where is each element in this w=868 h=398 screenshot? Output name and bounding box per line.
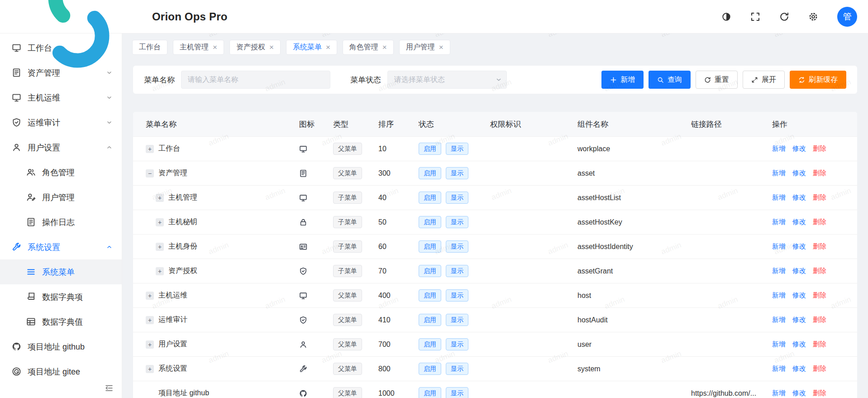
sidebar-item[interactable]: 项目地址 gitee (0, 359, 122, 384)
tab-close-icon[interactable]: × (326, 43, 330, 51)
sidebar-item[interactable]: 操作日志 (0, 210, 122, 235)
menu-status-select[interactable] (387, 71, 507, 89)
order-cell: 400 (374, 292, 414, 300)
tab-close-icon[interactable]: × (269, 43, 274, 51)
tab[interactable]: 角色管理× (343, 40, 394, 55)
table-row: +系统设置父菜单800启用显示system新增修改删除 (133, 356, 857, 381)
row-add-link[interactable]: 新增 (772, 389, 786, 398)
row-collapse-toggle[interactable]: − (146, 169, 154, 177)
row-expand-toggle[interactable]: + (156, 194, 164, 202)
row-add-link[interactable]: 新增 (772, 340, 786, 349)
refresh-cache-button[interactable]: 刷新缓存 (790, 71, 846, 89)
row-delete-link[interactable]: 删除 (813, 389, 826, 398)
row-delete-link[interactable]: 删除 (813, 340, 826, 349)
sidebar-collapse-icon[interactable] (105, 384, 114, 393)
row-edit-link[interactable]: 修改 (792, 193, 806, 202)
row-delete-link[interactable]: 删除 (813, 144, 826, 153)
column-header: 链接路径 (687, 119, 768, 129)
sidebar-item[interactable]: 用户设置 (0, 135, 122, 160)
row-add-link[interactable]: 新增 (772, 291, 786, 300)
row-add-link[interactable]: 新增 (772, 316, 786, 324)
row-expand-toggle[interactable]: + (156, 267, 164, 275)
row-edit-link[interactable]: 修改 (792, 291, 806, 300)
row-edit-link[interactable]: 修改 (792, 169, 806, 177)
menu-name-cell: 项目地址 github (158, 388, 209, 398)
sidebar-item[interactable]: 数据字典值 (0, 309, 122, 334)
row-expand-toggle[interactable]: + (156, 218, 164, 226)
row-edit-link[interactable]: 修改 (792, 218, 806, 226)
table-row: +运维审计父菜单410启用显示hostAudit新增修改删除 (133, 307, 857, 332)
row-expand-toggle[interactable]: + (156, 243, 164, 251)
sidebar-item-label: 用户设置 (28, 142, 100, 153)
row-delete-link[interactable]: 删除 (813, 291, 826, 300)
refresh-icon[interactable] (779, 12, 789, 22)
visible-tag: 显示 (446, 167, 468, 179)
column-header: 菜单名称 (133, 119, 295, 129)
row-expand-toggle[interactable]: + (146, 292, 154, 300)
reset-button[interactable]: 重置 (696, 71, 738, 89)
table-row: +用户设置父菜单700启用显示user新增修改删除 (133, 332, 857, 356)
row-edit-link[interactable]: 修改 (792, 389, 806, 398)
sidebar-item[interactable]: 系统菜单 (0, 259, 122, 284)
tab[interactable]: 用户管理× (399, 40, 450, 55)
menu-status-select-input[interactable] (387, 71, 507, 89)
search-button[interactable]: 查询 (649, 71, 691, 89)
tab-bar: 工作台主机管理×资产授权×系统菜单×角色管理×用户管理× (122, 34, 868, 55)
row-add-link[interactable]: 新增 (772, 267, 786, 275)
row-expand-toggle[interactable]: + (146, 316, 154, 324)
row-edit-link[interactable]: 修改 (792, 242, 806, 251)
tab-close-icon[interactable]: × (439, 43, 444, 51)
theme-toggle-icon[interactable] (721, 12, 731, 22)
component-cell: workplace (573, 145, 687, 153)
row-delete-link[interactable]: 删除 (813, 267, 826, 275)
menu-name-cell: 主机管理 (168, 193, 197, 202)
row-add-link[interactable]: 新增 (772, 193, 786, 202)
fullscreen-icon[interactable] (750, 12, 760, 22)
sidebar-item[interactable]: 项目地址 github (0, 334, 122, 359)
row-add-link[interactable]: 新增 (772, 364, 786, 373)
log-icon (26, 217, 36, 227)
row-add-link[interactable]: 新增 (772, 144, 786, 153)
row-add-link[interactable]: 新增 (772, 242, 786, 251)
sidebar-item[interactable]: 数据字典项 (0, 284, 122, 309)
row-edit-link[interactable]: 修改 (792, 364, 806, 373)
row-edit-link[interactable]: 修改 (792, 340, 806, 349)
row-delete-link[interactable]: 删除 (813, 218, 826, 226)
component-cell: assetHostIdentity (573, 243, 687, 251)
sidebar-item[interactable]: 系统设置 (0, 235, 122, 259)
add-button[interactable]: 新增 (601, 71, 644, 89)
row-edit-link[interactable]: 修改 (792, 144, 806, 153)
row-delete-link[interactable]: 删除 (813, 242, 826, 251)
tab-active[interactable]: 系统菜单× (286, 40, 337, 55)
menu-type-tag: 子菜单 (333, 192, 362, 204)
tab-label: 角色管理 (349, 43, 378, 52)
user-icon (12, 143, 21, 152)
logo[interactable]: Orion Ops Pro (11, 0, 228, 85)
enabled-tag: 启用 (419, 314, 441, 326)
row-add-link[interactable]: 新增 (772, 218, 786, 226)
sidebar-item[interactable]: 角色管理 (0, 160, 122, 185)
row-add-link[interactable]: 新增 (772, 169, 786, 177)
row-delete-link[interactable]: 删除 (813, 193, 826, 202)
link-cell: https://github.com/... (687, 389, 768, 398)
row-expand-toggle[interactable]: + (146, 145, 154, 153)
avatar[interactable]: 管 (837, 7, 857, 27)
row-delete-link[interactable]: 删除 (813, 364, 826, 373)
tab[interactable]: 资产授权× (229, 40, 281, 55)
github-icon (12, 342, 21, 351)
row-delete-link[interactable]: 删除 (813, 316, 826, 324)
visible-tag: 显示 (446, 338, 468, 350)
chevron-up-icon (106, 244, 113, 250)
sidebar-item[interactable]: 运维审计 (0, 110, 122, 135)
expand-button[interactable]: 展开 (743, 71, 785, 89)
row-edit-link[interactable]: 修改 (792, 316, 806, 324)
settings-gear-icon[interactable] (808, 12, 818, 22)
menu-table: 菜单名称图标类型排序状态权限标识组件名称链接路径操作 +工作台父菜单10启用显示… (133, 112, 857, 398)
sidebar-item[interactable]: 用户管理 (0, 185, 122, 210)
row-expand-toggle[interactable]: + (146, 340, 154, 349)
row-delete-link[interactable]: 删除 (813, 169, 826, 177)
row-expand-toggle[interactable]: + (146, 365, 154, 373)
tab-close-icon[interactable]: × (382, 43, 387, 51)
sidebar-item[interactable]: 主机运维 (0, 85, 122, 110)
row-edit-link[interactable]: 修改 (792, 267, 806, 275)
